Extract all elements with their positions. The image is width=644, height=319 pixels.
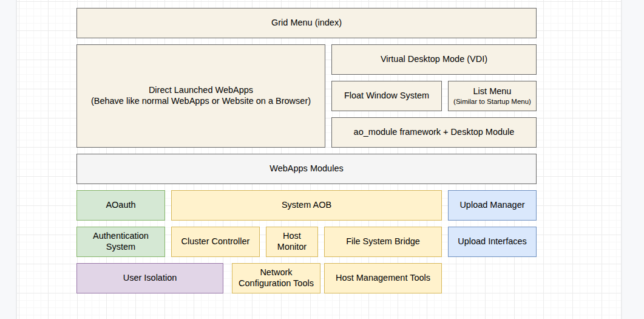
node-label: AOauth: [77, 200, 164, 211]
node-host-monitor: HostMonitor: [266, 227, 317, 256]
node-label-line: Upload Interfaces: [449, 236, 535, 247]
node-label-line: List Menu: [449, 86, 535, 97]
node-label: HostMonitor: [266, 231, 317, 252]
node-label-line: Host Management Tools: [325, 273, 441, 284]
node-label-line: Virtual Desktop Mode (VDI): [332, 54, 535, 65]
node-float-window-system: Float Window System: [331, 81, 441, 111]
node-label-line: Monitor: [266, 242, 317, 253]
node-network-configuration-tools: NetworkConfiguration Tools: [232, 263, 320, 293]
node-host-management-tools: Host Management Tools: [324, 263, 441, 293]
node-direct-launched-webapps: Direct Launched WebApps(Behave like norm…: [76, 44, 325, 147]
node-label-line: ao_module framework + Desktop Module: [332, 127, 535, 138]
node-label-line: User Isolation: [77, 273, 222, 284]
node-upload-interfaces: Upload Interfaces: [448, 227, 536, 256]
node-label-line: System AOB: [172, 200, 441, 211]
node-ao-module-framework: ao_module framework + Desktop Module: [331, 117, 536, 147]
node-authentication-system: AuthenticationSystem: [76, 227, 164, 256]
node-upload-manager: Upload Manager: [448, 190, 536, 220]
node-label: Virtual Desktop Mode (VDI): [332, 54, 535, 65]
node-aoauth: AOauth: [76, 190, 164, 220]
diagram-nodes: Grid Menu (index)Direct Launched WebApps…: [0, 0, 644, 319]
node-label: File System Bridge: [325, 236, 441, 247]
node-label: Host Management Tools: [325, 273, 441, 284]
node-label-line: Grid Menu (index): [77, 18, 535, 29]
node-label: Cluster Controller: [172, 236, 259, 247]
node-label-line: Cluster Controller: [172, 236, 259, 247]
node-label: Upload Manager: [449, 200, 535, 211]
node-label: Upload Interfaces: [449, 236, 535, 247]
node-list-menu: List Menu(Similar to Startup Menu): [448, 81, 536, 111]
node-label: WebApps Modules: [77, 163, 535, 174]
diagram-viewport: Grid Menu (index)Direct Launched WebApps…: [0, 0, 644, 319]
node-label-line: (Behave like normal WebApps or Website o…: [77, 96, 324, 107]
node-label-line: Authentication: [77, 231, 164, 242]
node-label: List Menu(Similar to Startup Menu): [449, 86, 535, 106]
node-label-line: Configuration Tools: [232, 278, 319, 289]
node-label-line: Network: [232, 267, 319, 278]
node-user-isolation: User Isolation: [76, 263, 223, 293]
node-system-aob: System AOB: [171, 190, 441, 220]
node-label-line: Host: [266, 231, 317, 242]
node-label-line: (Similar to Startup Menu): [449, 97, 535, 106]
node-label-line: Upload Manager: [449, 200, 535, 211]
node-label: AuthenticationSystem: [77, 231, 164, 252]
node-label: User Isolation: [77, 273, 222, 284]
node-file-system-bridge: File System Bridge: [324, 227, 441, 256]
node-label: NetworkConfiguration Tools: [232, 267, 319, 289]
node-label-line: System: [77, 242, 164, 253]
node-label: Direct Launched WebApps(Behave like norm…: [77, 85, 324, 106]
node-label: Float Window System: [332, 91, 441, 101]
node-label: ao_module framework + Desktop Module: [332, 127, 535, 138]
node-webapps-modules: WebApps Modules: [76, 154, 536, 184]
node-label-line: Float Window System: [332, 91, 441, 101]
node-label-line: File System Bridge: [325, 236, 441, 247]
node-grid-menu: Grid Menu (index): [76, 8, 536, 38]
node-cluster-controller: Cluster Controller: [171, 227, 259, 256]
node-label-line: WebApps Modules: [77, 163, 535, 174]
node-label-line: Direct Launched WebApps: [77, 85, 324, 96]
node-virtual-desktop-mode: Virtual Desktop Mode (VDI): [331, 44, 536, 74]
node-label-line: AOauth: [77, 200, 164, 211]
node-label: Grid Menu (index): [77, 18, 535, 29]
node-label: System AOB: [172, 200, 441, 211]
